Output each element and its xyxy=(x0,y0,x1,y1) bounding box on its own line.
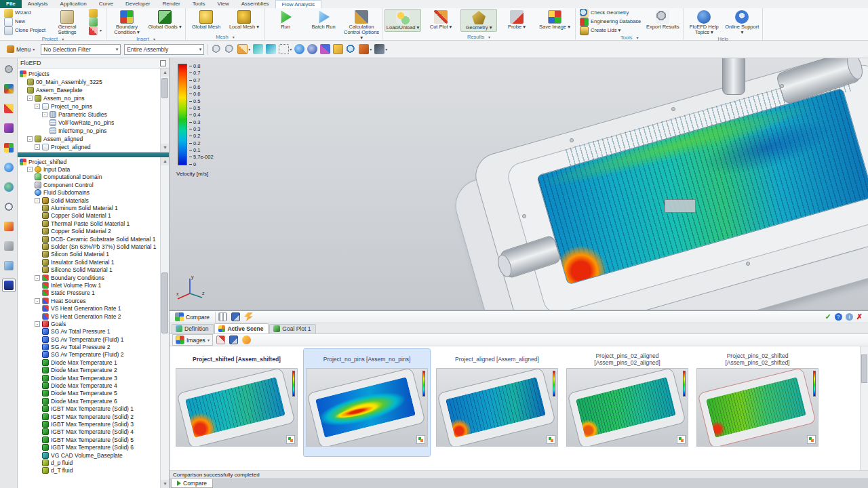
general-settings-button[interactable]: General Settings xyxy=(49,9,85,36)
compare-pane-tab[interactable]: Compare xyxy=(171,479,213,488)
local-mesh-button[interactable]: Local Mesh ▾ xyxy=(226,9,262,30)
tree-item-computational-domain[interactable]: Computational Domain xyxy=(18,174,160,181)
mirror-icon[interactable] xyxy=(2,102,16,115)
images-dropdown-button[interactable]: Images ▾ xyxy=(172,334,213,346)
tree-item-insulator-solid-material-1[interactable]: Insulator Solid Material 1 xyxy=(18,258,160,266)
redo-icon[interactable] xyxy=(224,44,235,54)
ribbon-tab-render[interactable]: Render xyxy=(157,0,186,8)
tree-item-fluid-subdomains[interactable]: Fluid Subdomains xyxy=(18,189,160,197)
tree-item-projects[interactable]: Projects xyxy=(18,70,160,78)
tree-item-thermal-paste-solid-material-1[interactable]: Thermal Paste Solid Material 1 xyxy=(18,220,160,227)
flow-analysis-panel-icon[interactable] xyxy=(2,279,16,292)
check-geometry-button[interactable]: Check Geometry xyxy=(578,9,643,17)
ribbon-tab-flow-analysis[interactable]: Flow Analysis xyxy=(275,0,321,8)
thumbnail-image[interactable] xyxy=(566,368,688,447)
ok-icon[interactable]: ✓ xyxy=(825,313,831,321)
thumbnail-image[interactable] xyxy=(436,368,558,447)
expander-icon[interactable]: - xyxy=(42,112,47,117)
help-icon[interactable]: ? xyxy=(835,313,842,321)
result-thumbnail-pins-aligned[interactable]: Project_aligned [Assem_aligned] xyxy=(434,349,560,456)
thumbnail-image[interactable] xyxy=(176,368,298,447)
info-icon[interactable]: i xyxy=(846,313,853,321)
cut-plot-button[interactable]: Cut Plot ▾ xyxy=(422,9,459,30)
dock-window-icon[interactable] xyxy=(160,60,166,66)
tree-item-d-t-fluid[interactable]: d_T fluid xyxy=(18,467,160,474)
fit-view-icon[interactable] xyxy=(286,435,295,444)
units-button[interactable] xyxy=(87,9,104,17)
expander-icon[interactable]: - xyxy=(35,104,40,109)
3d-viewport[interactable]: 0.80.70.70.60.60.50.50.40.30.30.20.20.15… xyxy=(170,58,868,310)
tree-item-silicon-solid-material-1[interactable]: Silicon Solid Material 1 xyxy=(18,251,160,258)
tree-item-assem-aligned[interactable]: -Assem_aligned xyxy=(18,135,160,143)
tree-item-diode-max-temperature-4[interactable]: Diode Max Temperature 4 xyxy=(18,382,160,389)
orient-view-icon[interactable]: ▾ xyxy=(359,44,372,54)
tree-item-sg-av-temperature-fluid-2[interactable]: SG Av Temperature (Fluid) 2 xyxy=(18,351,160,359)
tree-item-inlettemp-no-pins[interactable]: InletTemp_no_pins xyxy=(18,127,160,135)
tree-item-diode-max-temperature-3[interactable]: Diode Max Temperature 3 xyxy=(18,374,160,382)
tab-goal-plot-1[interactable]: Goal Plot 1 xyxy=(269,324,316,333)
tree-item-d-p-fluid[interactable]: d_p fluid xyxy=(18,459,160,466)
tree-item-vs-heat-generation-rate-1[interactable]: VS Heat Generation Rate 1 xyxy=(18,304,160,312)
floefd-help-topics-button[interactable]: FloEFD Help Topics ▾ xyxy=(686,9,722,36)
export-results-button[interactable]: Export Results xyxy=(644,9,681,30)
scroll-up-icon[interactable]: ▲ xyxy=(161,68,169,77)
fit-view-icon[interactable] xyxy=(677,435,686,444)
expander-icon[interactable]: - xyxy=(27,96,33,101)
tree-item-dcb-ceramic-substrate-solid-material-1[interactable]: DCB- Ceramic Substrate Solid Material 1 xyxy=(18,235,160,243)
tree-item-boundary-conditions[interactable]: -Boundary Conditions xyxy=(18,274,160,281)
curve-icon[interactable] xyxy=(266,44,276,54)
new-button[interactable]: New xyxy=(2,18,47,26)
hd3d-icon[interactable] xyxy=(2,121,16,135)
rotate-view-icon[interactable] xyxy=(294,44,304,54)
global-goals-button[interactable]: Global Goals ▾ xyxy=(146,9,183,30)
tab-definition[interactable]: Definition xyxy=(172,324,214,333)
tree-item-solder-sn-63-pb-37-solid-material-1[interactable]: Solder (Sn 63%/Pb 37%) Solid Material 1 xyxy=(18,243,160,250)
dialog-launcher-icon[interactable]: ▾ xyxy=(233,35,235,39)
run-button[interactable]: Run xyxy=(267,9,304,30)
ribbon-tab-file[interactable]: File xyxy=(0,0,22,8)
ribbon-tab-tools[interactable]: Tools xyxy=(186,0,212,8)
expander-icon[interactable]: - xyxy=(35,198,40,203)
ribbon-tab-analysis[interactable]: Analysis xyxy=(22,0,54,8)
gear-icon[interactable] xyxy=(2,62,16,76)
tree-item-aluminum-solid-material-1[interactable]: Aluminum Solid Material 1 xyxy=(18,204,160,211)
tree-item-igbt-max-temperature-solid-2[interactable]: IGBT Max Temperature (Solid) 2 xyxy=(18,413,160,420)
snap-point-icon[interactable]: ▾ xyxy=(237,44,250,54)
tree-item-component-control[interactable]: Component Control xyxy=(18,181,160,188)
ribbon-tab-developer[interactable]: Developer xyxy=(119,0,156,8)
ribbon-tab-view[interactable]: View xyxy=(211,0,235,8)
tree-item-sg-av-temperature-fluid-1[interactable]: SG Av Temperature (Fluid) 1 xyxy=(18,336,160,343)
tree-item-copper-solid-material-2[interactable]: Copper Solid Material 2 xyxy=(18,228,160,235)
sketch-curve-icon[interactable] xyxy=(253,44,263,54)
tree-item-solid-materials[interactable]: -Solid Materials xyxy=(18,197,160,204)
global-mesh-button[interactable]: Global Mesh xyxy=(188,9,224,30)
tree-item-project-aligned[interactable]: -Project_aligned xyxy=(18,143,160,151)
tree-item-vs-heat-generation-rate-2[interactable]: VS Heat Generation Rate 2 xyxy=(18,312,160,320)
image-capture-icon[interactable] xyxy=(2,259,16,272)
wizard-button[interactable]: Wizard xyxy=(2,9,47,17)
rectangle-select-icon[interactable]: ▾ xyxy=(279,44,292,54)
tree-item-igbt-max-temperature-solid-6[interactable]: IGBT Max Temperature (Solid) 6 xyxy=(18,443,160,451)
tree-item-volflowrate-no-pins[interactable]: VolFlowRate_no_pins xyxy=(18,119,160,127)
tree-item-copper-solid-material-1[interactable]: Copper Solid Material 1 xyxy=(18,212,160,220)
scrollbar-thumb[interactable] xyxy=(161,272,168,333)
scrollbar-thumb[interactable] xyxy=(161,78,168,98)
web-browser-icon[interactable] xyxy=(2,180,16,194)
tree-item-input-data[interactable]: -Input Data xyxy=(18,165,160,173)
tree-item-assem-baseplate[interactable]: Assem_Baseplate xyxy=(18,86,160,94)
compare-button[interactable]: Compare xyxy=(172,312,212,322)
expander-icon[interactable]: - xyxy=(27,167,33,172)
expander-icon[interactable]: - xyxy=(27,136,33,142)
engineering-database-button[interactable]: Engineering Database xyxy=(578,18,643,26)
undo-icon[interactable] xyxy=(212,44,222,54)
scroll-down-icon[interactable]: ▼ xyxy=(161,480,169,488)
shaded-view-icon[interactable] xyxy=(307,44,317,54)
rollback-icon[interactable] xyxy=(2,161,16,174)
save-icon[interactable] xyxy=(231,312,240,321)
tree-item-igbt-max-temperature-solid-5[interactable]: IGBT Max Temperature (Solid) 5 xyxy=(18,436,160,443)
selection-filter-dropdown[interactable]: No Selection Filter ▾ xyxy=(41,44,121,55)
result-thumbnail-pins-shifted[interactable]: Project_shifted [Assem_shifted] xyxy=(174,349,300,456)
tree-item-diode-max-temperature-6[interactable]: Diode Max Temperature 6 xyxy=(18,397,160,405)
result-thumbnail-pins02-aligned[interactable]: Project_pins_02_aligned [Assem_pins_02_a… xyxy=(564,349,690,456)
fit-view-icon[interactable] xyxy=(547,435,555,444)
